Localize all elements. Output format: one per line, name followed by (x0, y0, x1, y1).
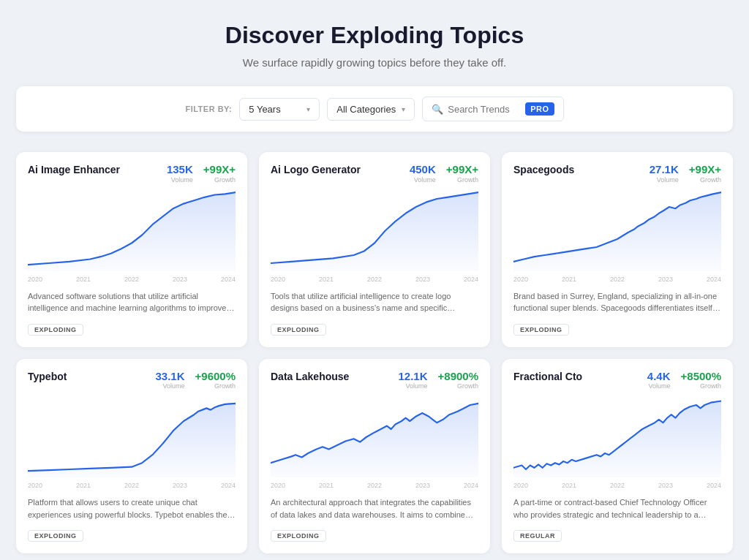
search-icon: 🔍 (432, 104, 443, 115)
chart-year: 2023 (658, 276, 673, 283)
chart-year: 2024 (707, 482, 721, 489)
chart-container (513, 397, 721, 477)
card-stats: 12.1K Volume +8900% Growth (399, 371, 479, 390)
topic-card[interactable]: Typebot 33.1K Volume +9600% Growth (16, 359, 247, 554)
chart-years: 20202021202220232024 (513, 276, 721, 283)
chart-year: 2020 (271, 482, 285, 489)
chart-year: 2023 (173, 482, 187, 489)
chart-year: 2023 (658, 482, 673, 489)
card-stats: 4.4K Volume +8500% Growth (647, 371, 721, 390)
chart-container (271, 397, 478, 477)
volume-value: 27.1K (650, 164, 679, 176)
pro-badge: PRO (525, 102, 554, 116)
status-badge: REGULAR (513, 530, 562, 542)
chart-year: 2021 (76, 276, 91, 283)
card-header: Typebot 33.1K Volume +9600% Growth (28, 371, 236, 390)
card-description: Platform that allows users to create uni… (28, 496, 236, 521)
card-header: Ai Image Enhancer 135K Volume +99X+ Grow… (28, 164, 236, 183)
volume-stat: 33.1K Volume (156, 371, 185, 390)
growth-label: Growth (203, 176, 236, 183)
growth-value: +8500% (681, 371, 721, 383)
chart-year: 2022 (124, 482, 139, 489)
growth-stat: +99X+ Growth (689, 164, 721, 183)
card-description: A part-time or contract-based Chief Tech… (513, 496, 721, 521)
chart-year: 2020 (513, 276, 528, 283)
category-filter[interactable]: All Categories ▾ (327, 98, 415, 121)
card-description: Advanced software solutions that utilize… (28, 290, 236, 314)
chart-year: 2023 (415, 482, 430, 489)
card-title: Ai Logo Generator (271, 164, 361, 175)
chart-year: 2023 (173, 276, 187, 283)
chart-year: 2024 (221, 276, 236, 283)
card-description: An architectural approach that integrate… (271, 496, 478, 521)
page-subtitle: We surface rapidly growing topics before… (16, 56, 733, 69)
status-badge: EXPLODING (28, 530, 83, 542)
growth-stat: +9600% Growth (195, 371, 236, 390)
chart-year: 2021 (562, 276, 576, 283)
topic-card[interactable]: Ai Image Enhancer 135K Volume +99X+ Grow… (16, 152, 247, 347)
growth-value: +99X+ (689, 164, 721, 176)
volume-value: 135K (167, 164, 193, 176)
status-badge: EXPLODING (271, 530, 326, 542)
chart-year: 2021 (76, 482, 91, 489)
card-title: Typebot (28, 371, 67, 382)
card-stats: 450K Volume +99X+ Growth (410, 164, 478, 183)
topic-card[interactable]: Spacegoods 27.1K Volume +99X+ Growth (502, 152, 733, 347)
card-title: Spacegoods (513, 164, 574, 175)
card-description: Tools that utilize artificial intelligen… (271, 290, 478, 314)
card-header: Ai Logo Generator 450K Volume +99X+ Grow… (271, 164, 478, 183)
growth-stat: +99X+ Growth (203, 164, 236, 183)
card-description: Brand based in Surrey, England, speciali… (513, 290, 721, 314)
page-container: Discover Exploding Topics We surface rap… (16, 22, 733, 553)
topics-grid: Ai Image Enhancer 135K Volume +99X+ Grow… (16, 152, 733, 553)
growth-stat: +99X+ Growth (446, 164, 478, 183)
filter-bar: FILTER BY: 5 Years ▾ All Categories ▾ 🔍 … (16, 86, 733, 132)
chart-years: 20202021202220232024 (271, 482, 478, 489)
chart-year: 2020 (271, 276, 285, 283)
card-header: Data Lakehouse 12.1K Volume +8900% Growt… (271, 371, 478, 390)
chart-container (271, 191, 478, 271)
chart-year: 2020 (513, 482, 528, 489)
growth-value: +99X+ (446, 164, 478, 176)
volume-stat: 4.4K Volume (647, 371, 671, 390)
time-filter[interactable]: 5 Years ▾ (239, 98, 320, 121)
growth-value: +99X+ (203, 164, 236, 176)
search-input[interactable] (448, 104, 521, 115)
growth-label: Growth (681, 382, 721, 390)
card-header: Fractional Cto 4.4K Volume +8500% Growth (513, 371, 721, 390)
chart-year: 2020 (28, 482, 42, 489)
search-box[interactable]: 🔍 PRO (422, 97, 563, 121)
chart-years: 20202021202220232024 (271, 276, 478, 283)
page-header: Discover Exploding Topics We surface rap… (16, 22, 733, 69)
topic-card[interactable]: Fractional Cto 4.4K Volume +8500% Growth (502, 359, 733, 554)
chart-year: 2022 (124, 276, 139, 283)
volume-label: Volume (410, 176, 436, 183)
time-filter-value: 5 Years (249, 104, 280, 115)
growth-label: Growth (438, 382, 478, 390)
volume-value: 4.4K (647, 371, 671, 383)
chart-container (28, 397, 236, 477)
status-badge: EXPLODING (28, 324, 83, 336)
volume-value: 33.1K (156, 371, 185, 383)
chart-year: 2021 (319, 276, 334, 283)
chart-year: 2024 (707, 276, 721, 283)
growth-label: Growth (689, 176, 721, 183)
topic-card[interactable]: Data Lakehouse 12.1K Volume +8900% Growt… (259, 359, 490, 554)
volume-value: 450K (410, 164, 436, 176)
growth-label: Growth (195, 382, 236, 390)
volume-stat: 135K Volume (167, 164, 193, 183)
growth-value: +8900% (438, 371, 478, 383)
chart-years: 20202021202220232024 (28, 276, 236, 283)
chart-years: 20202021202220232024 (28, 482, 236, 489)
filter-label: FILTER BY: (185, 105, 232, 113)
volume-stat: 27.1K Volume (650, 164, 679, 183)
card-stats: 33.1K Volume +9600% Growth (156, 371, 236, 390)
growth-stat: +8500% Growth (681, 371, 721, 390)
volume-label: Volume (399, 382, 428, 390)
topic-card[interactable]: Ai Logo Generator 450K Volume +99X+ Grow… (259, 152, 490, 347)
growth-label: Growth (446, 176, 478, 183)
card-stats: 135K Volume +99X+ Growth (167, 164, 236, 183)
volume-label: Volume (647, 382, 671, 390)
card-stats: 27.1K Volume +99X+ Growth (650, 164, 721, 183)
chart-year: 2024 (221, 482, 236, 489)
